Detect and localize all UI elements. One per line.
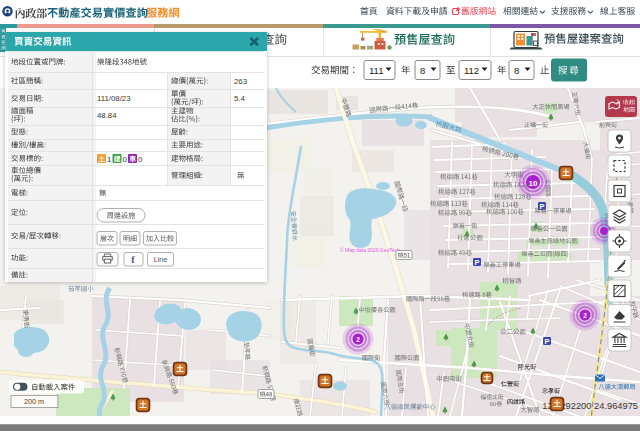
svg-text:121.292200 24.964975: 121.292200 24.964975 bbox=[542, 401, 638, 411]
svg-text:10: 10 bbox=[529, 179, 538, 188]
svg-text:© Map data 2020 GeoTech: © Map data 2020 GeoTech bbox=[340, 247, 400, 253]
svg-text:2: 2 bbox=[583, 312, 587, 319]
svg-text:P: P bbox=[544, 337, 549, 346]
svg-text:2: 2 bbox=[356, 336, 360, 343]
svg-text:P: P bbox=[539, 202, 544, 211]
svg-text:P: P bbox=[474, 258, 479, 267]
svg-text:200 m: 200 m bbox=[24, 397, 44, 406]
